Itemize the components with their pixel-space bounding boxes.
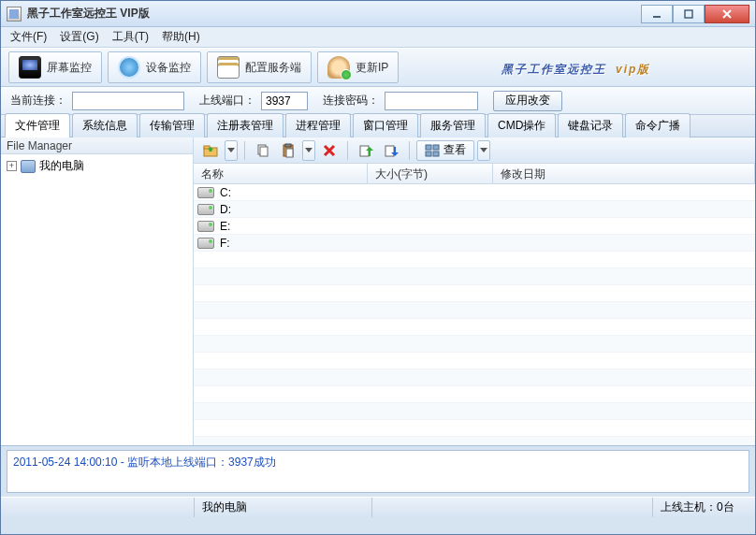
tree: + 我的电脑 (1, 154, 193, 445)
drive-row[interactable]: E: (194, 218, 755, 235)
app-icon (7, 7, 22, 22)
status-path: 我的电脑 (194, 498, 371, 517)
main-toolbar: 屏幕监控 设备监控 配置服务端 更新IP 黑子工作室远控王vip版 (1, 48, 755, 87)
menu-help[interactable]: 帮助(H) (162, 29, 200, 45)
view-dropdown[interactable] (477, 140, 490, 161)
current-conn-input[interactable] (72, 92, 184, 110)
current-conn-label: 当前连接： (10, 93, 66, 108)
empty-row (194, 252, 755, 268)
expand-icon[interactable]: + (7, 161, 17, 171)
drive-icon (197, 187, 214, 198)
tab-window[interactable]: 窗口管理 (353, 113, 418, 137)
file-toolbar: 查看 (194, 137, 755, 164)
svg-rect-12 (360, 146, 369, 156)
webcam-icon (118, 56, 140, 79)
tab-keylog[interactable]: 键盘记录 (558, 113, 623, 137)
status-online: 上线主机：0台 (652, 498, 755, 517)
empty-row (194, 369, 755, 386)
view-button[interactable]: 查看 (416, 140, 474, 161)
tab-system-info[interactable]: 系统信息 (72, 113, 138, 137)
svg-rect-11 (286, 149, 293, 157)
list-body: C: D: E: F: (194, 184, 755, 445)
svg-rect-8 (260, 147, 268, 156)
port-input[interactable] (261, 92, 308, 110)
pwd-input[interactable] (385, 92, 478, 110)
status-cell-left (1, 498, 194, 517)
title-bar: 黑子工作室远控王 VIP版 (1, 1, 755, 27)
screen-monitor-button[interactable]: 屏幕监控 (8, 51, 102, 83)
tree-root[interactable]: + 我的电脑 (7, 158, 187, 174)
svg-rect-10 (285, 144, 291, 147)
view-icon (425, 143, 440, 158)
minimize-button[interactable] (641, 5, 673, 23)
up-folder-dropdown[interactable] (225, 140, 238, 161)
empty-row (194, 302, 755, 319)
status-bar: 我的电脑 上线主机：0台 (1, 497, 755, 517)
separator (347, 141, 348, 160)
sidebar-title: File Manager (1, 137, 193, 154)
window-title: 黑子工作室远控王 VIP版 (27, 6, 641, 22)
tab-transfer[interactable]: 传输管理 (139, 113, 205, 137)
empty-row (194, 403, 755, 420)
empty-row (194, 420, 755, 437)
tree-root-label: 我的电脑 (39, 158, 84, 174)
separator (244, 141, 245, 160)
drive-icon (197, 221, 214, 232)
empty-row (194, 437, 755, 445)
tab-registry[interactable]: 注册表管理 (207, 113, 284, 137)
empty-row (194, 386, 755, 403)
svg-rect-17 (433, 152, 439, 156)
update-ip-button[interactable]: 更新IP (317, 51, 399, 83)
menu-settings[interactable]: 设置(G) (60, 29, 98, 45)
main-area: File Manager + 我的电脑 查看 (1, 137, 755, 446)
tab-service[interactable]: 服务管理 (420, 113, 486, 137)
tab-cmd[interactable]: CMD操作 (487, 113, 556, 137)
col-size[interactable]: 大小(字节) (368, 164, 493, 183)
sidebar: File Manager + 我的电脑 (1, 137, 194, 445)
computer-icon (21, 160, 36, 173)
config-server-button[interactable]: 配置服务端 (207, 51, 312, 83)
tab-file-manager[interactable]: 文件管理 (5, 113, 70, 137)
log-entry: 2011-05-24 14:00:10 - 监听本地上线端口：3937成功 (13, 455, 276, 469)
empty-row (194, 268, 755, 285)
empty-row (194, 353, 755, 369)
monitor-icon (19, 56, 41, 79)
document-icon (217, 56, 240, 79)
tab-bar: 文件管理 系统信息 传输管理 注册表管理 进程管理 窗口管理 服务管理 CMD操… (1, 115, 755, 137)
file-area: 查看 名称 大小(字节) 修改日期 C: D: E: F: (194, 137, 755, 445)
svg-rect-16 (426, 152, 431, 156)
drive-icon (197, 238, 214, 249)
drive-row[interactable]: C: (194, 184, 755, 201)
user-refresh-icon (327, 56, 350, 79)
paste-button[interactable] (277, 140, 299, 161)
delete-button[interactable] (318, 140, 341, 161)
copy-button[interactable] (252, 140, 274, 161)
col-name[interactable]: 名称 (194, 164, 368, 183)
maximize-button[interactable] (673, 5, 705, 23)
menu-tools[interactable]: 工具(T) (112, 29, 149, 45)
connection-bar: 当前连接： 上线端口： 连接密码： 应用改变 (1, 87, 755, 115)
upload-button[interactable] (355, 140, 377, 161)
svg-rect-2 (685, 10, 692, 18)
tab-process[interactable]: 进程管理 (285, 113, 351, 137)
pwd-label: 连接密码： (323, 93, 379, 108)
up-folder-button[interactable] (199, 140, 222, 161)
close-button[interactable] (705, 5, 749, 23)
drive-row[interactable]: D: (194, 201, 755, 218)
download-button[interactable] (380, 140, 402, 161)
menu-bar: 文件(F) 设置(G) 工具(T) 帮助(H) (1, 27, 755, 48)
tab-broadcast[interactable]: 命令广播 (625, 113, 691, 137)
separator (409, 141, 410, 160)
svg-rect-6 (204, 146, 210, 149)
paste-dropdown[interactable] (302, 140, 315, 161)
log-area[interactable]: 2011-05-24 14:00:10 - 监听本地上线端口：3937成功 (7, 450, 749, 493)
brand-text: 黑子工作室远控王vip版 (404, 58, 748, 78)
svg-rect-0 (9, 9, 19, 19)
drive-row[interactable]: F: (194, 235, 755, 252)
menu-file[interactable]: 文件(F) (10, 29, 47, 45)
svg-rect-14 (426, 145, 431, 150)
drive-icon (197, 204, 214, 215)
col-date[interactable]: 修改日期 (493, 164, 755, 183)
device-monitor-button[interactable]: 设备监控 (108, 51, 201, 83)
apply-button[interactable]: 应用改变 (493, 91, 562, 111)
